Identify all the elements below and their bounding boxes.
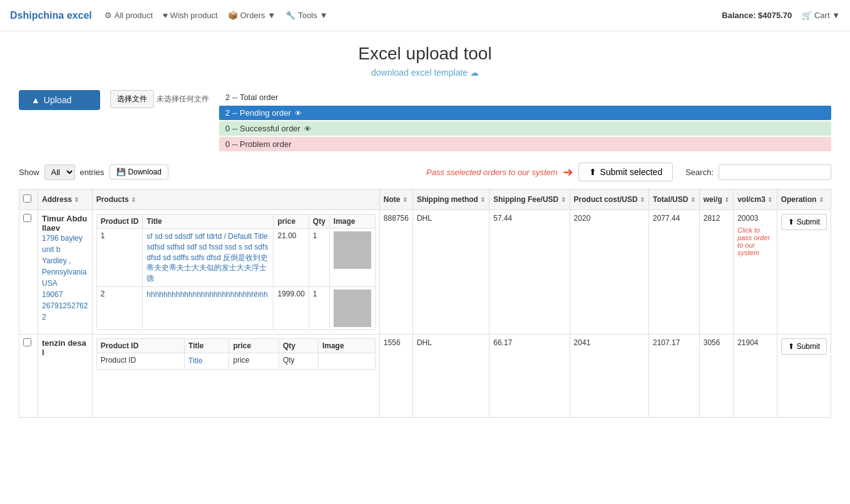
header-vol-cm3: vol/cm3 ⇕ (734, 189, 777, 210)
upload-icon: ▲ (31, 95, 40, 105)
header-products: Products ⇕ (92, 189, 379, 210)
header-operation: Operation ⇕ (777, 189, 831, 210)
row-shipping-method: DHL (412, 210, 489, 335)
address-name: Timur Abdu llaev (42, 214, 88, 233)
product-id: 1 (96, 229, 143, 287)
upload-button[interactable]: ▲ Upload (19, 90, 100, 110)
row-checkbox (19, 334, 38, 417)
inner-header-title: Title (143, 214, 274, 229)
no-file-label: 未选择任何文件 (156, 94, 209, 104)
nav-links: ⚙ All product ♥ Wish product 📦 Orders ▼ … (105, 11, 722, 20)
nav-all-product[interactable]: ⚙ All product (105, 11, 153, 20)
list-item: 1 sf sd sd sdsdf sdf tdrtd / Default Tit… (96, 229, 375, 287)
row-total-usd: 2077.44 (648, 210, 699, 335)
row-note: 888756 (379, 210, 412, 335)
row-shipping-method: DHL (412, 334, 489, 417)
inner-header-price: price (229, 338, 279, 353)
row-shipping-fee: 66.17 (489, 334, 570, 417)
product-image (334, 231, 371, 269)
wish-icon: ♥ (163, 11, 168, 20)
sort-product-cost-icon[interactable]: ⇕ (640, 196, 645, 203)
product-price: 1999.00 (274, 286, 309, 330)
sort-products-icon[interactable]: ⇕ (131, 196, 136, 203)
show-select[interactable]: All (44, 164, 75, 180)
pass-orders-text: Pass sselected orders to our system (426, 168, 558, 177)
show-label: Show (19, 168, 39, 177)
row-product-cost: 2020 (570, 210, 648, 335)
sort-address-icon[interactable]: ⇕ (74, 196, 79, 203)
sort-shipping-fee-icon[interactable]: ⇕ (561, 196, 566, 203)
cart-button[interactable]: 🛒 Cart ▼ (802, 11, 840, 20)
inner-header-qty: Qty (309, 214, 329, 229)
balance-display: Balance: $4075.70 (722, 11, 792, 20)
tools-dropdown-icon: ▼ (320, 11, 328, 20)
sort-operation-icon[interactable]: ⇕ (819, 196, 824, 203)
arrow-right-icon: ➜ (563, 164, 573, 179)
header-note: Note ⇕ (379, 189, 412, 210)
nav-tools[interactable]: 🔧 Tools ▼ (285, 11, 327, 20)
row-note: 1556 (379, 334, 412, 417)
sort-note-icon[interactable]: ⇕ (402, 196, 407, 203)
product-image-cell (329, 229, 375, 287)
inner-header-id: Product ID (96, 214, 143, 229)
header-shipping-method: Shipping method ⇕ (412, 189, 489, 210)
header-address: Address ⇕ (38, 189, 93, 210)
download-template-link[interactable]: download excel template ☁ (371, 68, 479, 78)
row-operation: ⬆ Submit (777, 334, 831, 417)
stat-total: 2 -- Total order (219, 90, 831, 104)
submit-selected-button[interactable]: ⬆ Submit selected (578, 163, 673, 181)
data-table: Address ⇕ Products ⇕ Note ⇕ Shipping met… (19, 189, 831, 418)
choose-file-button[interactable]: 选择文件 (110, 90, 154, 108)
product-title: hhhhhhhhhhhhhhhhhhhhhhhhhhhhh (143, 286, 274, 330)
row-select-checkbox[interactable] (23, 214, 31, 222)
product-inner-table: Product ID Title price Qty Image 1 sf sd… (96, 214, 376, 330)
sort-total-usd-icon[interactable]: ⇕ (690, 196, 695, 203)
search-input[interactable] (719, 164, 831, 180)
success-eye-icon[interactable]: 👁 (304, 125, 311, 133)
product-image (334, 290, 371, 327)
submit-button[interactable]: ⬆ Submit (781, 338, 827, 355)
navbar-right: Balance: $4075.70 🛒 Cart ▼ (722, 11, 840, 20)
header-shipping-fee: Shipping Fee/USD ⇕ (489, 189, 570, 210)
nav-orders[interactable]: 📦 Orders ▼ (228, 11, 276, 20)
submit-selected-icon: ⬆ (589, 167, 597, 177)
address-detail (42, 357, 88, 413)
row-select-checkbox[interactable] (23, 338, 31, 346)
product-image-cell (318, 353, 375, 369)
search-label: Search: (685, 168, 714, 177)
row-wei-g: 3056 (699, 334, 733, 417)
stat-pending: 2 -- Pending order 👁 (219, 106, 831, 120)
nav-wish-product[interactable]: ♥ Wish product (163, 11, 218, 20)
sort-wei-g-icon[interactable]: ⇕ (724, 196, 729, 203)
row-checkbox (19, 210, 38, 335)
submit-button[interactable]: ⬆ Submit (781, 214, 827, 230)
download-button[interactable]: 💾 Download (110, 164, 168, 179)
stat-success: 0 -- Successful order 👁 (219, 121, 831, 136)
order-stats: 2 -- Total order 2 -- Pending order 👁 0 … (219, 90, 831, 153)
main-content: Excel upload tool download excel templat… (0, 31, 850, 430)
row-product-cost: 2041 (570, 334, 648, 417)
row-address: tenzin desa l (38, 334, 93, 417)
sort-shipping-method-icon[interactable]: ⇕ (480, 196, 485, 203)
brand-logo[interactable]: Dshipchina excel (10, 10, 92, 21)
row-address: Timur Abdu llaev 1796 bayley unit b Yard… (38, 210, 93, 335)
pending-eye-icon[interactable]: 👁 (295, 109, 302, 117)
row-vol-cm3: 20003 Click to pass order to our system (734, 210, 777, 335)
product-inner-table: Product ID Title price Qty Image Product… (96, 338, 376, 370)
product-price: price (229, 353, 279, 369)
orders-icon: 📦 (228, 11, 238, 20)
cart-icon: 🛒 (802, 11, 812, 20)
inner-header-image: Image (329, 214, 375, 229)
product-id: 2 (96, 286, 143, 330)
header-wei-g: wei/g ⇕ (699, 189, 733, 210)
navbar: Dshipchina excel ⚙ All product ♥ Wish pr… (0, 0, 850, 31)
product-qty: 1 (309, 286, 329, 330)
product-image-cell (329, 286, 375, 330)
inner-header-id: Product ID (96, 338, 184, 353)
select-all-checkbox[interactable] (23, 194, 31, 203)
product-title: sf sd sd sdsdf sdf tdrtd / Default Title… (143, 229, 274, 287)
submit-icon: ⬆ (788, 218, 794, 226)
row-total-usd: 2107.17 (648, 334, 699, 417)
row-shipping-fee: 57.44 (489, 210, 570, 335)
sort-vol-cm3-icon[interactable]: ⇕ (767, 196, 772, 203)
